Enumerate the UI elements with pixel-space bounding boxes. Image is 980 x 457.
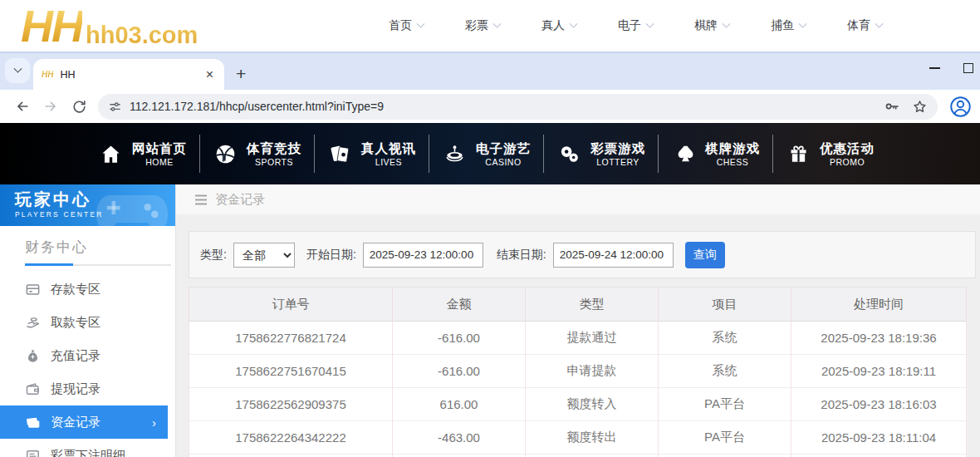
end-date-label: 结束日期: [497,248,546,263]
back-button[interactable] [8,92,37,120]
game-nav-item-home[interactable]: 网站首页HOME [86,135,199,173]
browser-tab[interactable]: HH HH × [33,59,224,90]
type-select[interactable]: 全部 [233,243,295,268]
bookmark-star-icon[interactable] [912,99,928,115]
game-nav-label-en: LOTTERY [596,156,639,168]
browser-toolbar: 112.121.172.181/hhcp/usercenter.html?ini… [0,90,980,123]
cards-icon [327,143,352,165]
site-logo[interactable]: HH hh03.com [21,2,198,49]
game-nav-item-casino[interactable]: 电子游艺CASINO [429,135,543,173]
top-nav-label: 真人 [541,18,565,33]
url-text[interactable]: 112.121.172.181/hhcp/usercenter.html?ini… [130,100,884,113]
game-nav-item-sports[interactable]: 体育竞技SPORTS [199,135,314,173]
table-cell: 2025-09-23 18:19:11 [791,355,967,388]
home-icon [98,143,123,165]
end-date-input[interactable] [553,243,674,268]
chevron-right-icon: › [152,415,156,430]
sidebar-item[interactable]: 资金记录› [0,405,168,439]
reload-button[interactable] [65,92,93,120]
table-cell: 申请提款 [526,355,659,388]
table-cell: 额度转入 [526,388,659,421]
page: HH hh03.com 首页彩票真人电子棋牌捕鱼体育 HH HH × + [0,0,980,457]
top-nav-item[interactable]: 真人 [541,18,576,33]
game-nav-label-en: SPORTS [255,156,293,168]
table-cell: -463.00 [393,421,526,455]
body: 玩家中心 PLAYERS CENTER 财务中心 存款专区取款专区充值记录提现记… [0,184,980,457]
type-label: 类型: [200,248,227,263]
site-settings-icon[interactable] [108,100,122,114]
chevron-down-icon [13,64,22,72]
sidebar-item[interactable]: 彩票下注明细 [0,439,175,457]
table-cell: 提款通过 [526,322,659,355]
game-nav-label-zh: 棋牌游戏 [705,140,760,156]
sidebar-item[interactable]: 取款专区 [0,306,175,339]
game-nav: 网站首页HOME体育竞技SPORTS真人视讯LIVES电子游艺CASINO彩票游… [0,123,980,184]
sidebar-item[interactable]: 充值记录 [0,339,175,372]
top-nav-label: 首页 [389,18,412,33]
funds-table: 订单号金额类型项目处理时间 1758622776821724-616.00提款通… [189,287,967,457]
game-nav-label-zh: 电子游艺 [476,140,531,156]
sidebar-item-label: 资金记录 [51,415,100,430]
table-row: 1758622751670415-616.00申请提款系统2025-09-23 … [189,355,967,388]
tab-search-button[interactable] [5,58,30,83]
address-bar[interactable]: 112.121.172.181/hhcp/usercenter.html?ini… [98,94,938,120]
sidebar-item[interactable]: 存款专区 [0,273,175,306]
game-nav-label-zh: 真人视讯 [361,140,416,156]
table-row: 1758622776821724-616.00提款通过系统2025-09-23 … [189,322,967,355]
start-date-input[interactable] [363,243,483,268]
money-bag-icon [25,348,42,364]
sidebar: 玩家中心 PLAYERS CENTER 财务中心 存款专区取款专区充值记录提现记… [0,184,176,457]
game-nav-label-zh: 彩票游戏 [590,140,645,156]
table-cell: 2025-09-23 18:19:36 [791,322,967,355]
main-content: 资金记录 类型: 全部 开始日期: 结束日期: 查询 订单号金额类型项目处理时间… [176,184,980,457]
tab-title: HH [60,69,203,81]
column-header: 处理时间 [791,287,967,322]
deposit-card-icon [25,282,42,297]
table-cell: 系统 [659,322,791,355]
top-nav-label: 彩票 [465,18,488,33]
chevron-down-icon [646,19,654,27]
lottery-balls-icon [556,143,581,165]
window-minimize-button[interactable] [929,67,940,69]
top-nav-item[interactable]: 首页 [389,18,424,33]
table-row-partial [189,455,967,457]
top-nav-label: 体育 [847,18,870,33]
search-button[interactable]: 查询 [685,242,725,268]
finance-center-title: 财务中心 [25,238,175,257]
menu-icon [194,194,208,205]
funds-icon [25,415,42,430]
top-nav-item[interactable]: 体育 [847,18,882,33]
browser-profile-avatar[interactable] [949,96,972,118]
top-nav-item[interactable]: 电子 [618,18,653,33]
new-tab-button[interactable]: + [236,66,246,82]
section-underline [25,264,171,266]
window-maximize-button[interactable] [963,63,973,73]
gamepad-icon [94,188,170,226]
sidebar-menu: 存款专区取款专区充值记录提现记录资金记录›彩票下注明细 [0,273,175,457]
chevron-down-icon [723,19,731,27]
chevron-down-icon [493,19,502,27]
top-nav-item[interactable]: 棋牌 [694,18,729,33]
sidebar-item[interactable]: 提现记录 [0,372,175,405]
table-cell: -616.00 [393,355,526,388]
tab-close-icon[interactable]: × [203,67,216,82]
game-nav-item-lives[interactable]: 真人视讯LIVES [314,135,429,173]
sidebar-header: 玩家中心 PLAYERS CENTER [0,184,175,226]
password-key-icon[interactable] [884,98,900,115]
game-nav-item-chess[interactable]: 棋牌游戏CHESS [658,135,772,173]
table-cell: 616.00 [393,388,526,421]
top-nav-item[interactable]: 彩票 [465,18,500,33]
top-nav-item[interactable]: 捕鱼 [771,18,806,33]
game-nav-item-lottery[interactable]: 彩票游戏LOTTERY [543,135,658,173]
logo-domain: hh03.com [86,21,198,49]
gift-icon [786,143,811,165]
withdraw-hand-icon [25,315,42,331]
chevron-down-icon [875,19,884,27]
column-header: 金额 [393,287,526,322]
list-icon [25,448,42,457]
sidebar-item-label: 存款专区 [51,282,100,297]
sidebar-section: 财务中心 [0,226,175,266]
forward-button[interactable] [37,92,65,120]
game-nav-item-promo[interactable]: 优惠活动PROMO [772,135,887,173]
column-header: 订单号 [189,287,393,322]
